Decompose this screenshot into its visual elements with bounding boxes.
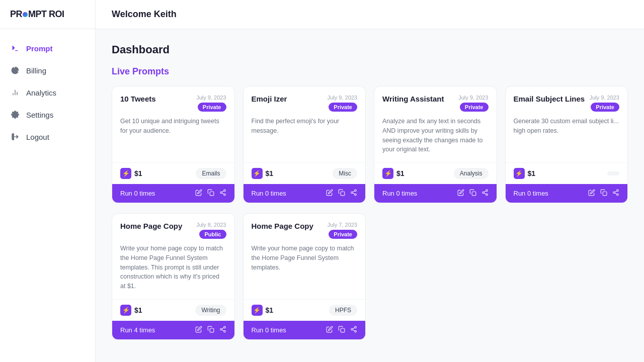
card-meta: July 8, 2023 Public: [196, 222, 226, 239]
card-description: Get 10 unique and intriguing tweets for …: [120, 117, 226, 136]
action-icons: [457, 189, 489, 198]
cards-row-1: 10 Tweets July 9, 2023 Private Get 10 un…: [112, 86, 628, 203]
copy-icon[interactable]: [207, 189, 214, 198]
svg-point-33: [223, 330, 225, 332]
logout-icon: [10, 132, 20, 142]
card-badge: Public: [199, 230, 226, 239]
category-badge: HPFS: [329, 305, 357, 316]
card-email-subject-lines: Email Subject Lines July 9, 2023 Private…: [505, 86, 628, 203]
run-text: Run 4 times: [120, 326, 155, 334]
sidebar-item-logout[interactable]: Logout: [0, 126, 95, 148]
price-icon: ⚡: [382, 168, 393, 179]
copy-icon[interactable]: [600, 189, 607, 198]
card-description: Analyze and fix any text in seconds AND …: [382, 117, 489, 154]
card-writing-assistant: Writing Assistant July 9, 2023 Private A…: [374, 86, 497, 203]
copy-icon[interactable]: [338, 189, 345, 198]
svg-line-35: [222, 328, 224, 329]
card-action-bar: Run 0 times: [374, 184, 497, 203]
edit-icon[interactable]: [195, 326, 202, 334]
svg-line-23: [484, 191, 486, 192]
sidebar-nav: Prompt Billing Analytics Settings Logout: [0, 29, 95, 362]
copy-icon[interactable]: [207, 326, 214, 334]
svg-point-38: [351, 328, 353, 330]
share-icon[interactable]: [219, 326, 226, 334]
price-icon: ⚡: [120, 305, 131, 316]
action-icons: [195, 326, 226, 334]
card-title: Emoji Izer: [252, 95, 287, 103]
card-home-page-copy-1: Home Page Copy July 8, 2023 Public Write…: [112, 213, 235, 340]
share-icon[interactable]: [481, 189, 489, 198]
card-badge: Private: [329, 230, 357, 239]
sidebar-item-prompt-label: Prompt: [26, 44, 53, 53]
edit-icon[interactable]: [326, 326, 333, 334]
price-block: ⚡ $1: [120, 305, 142, 316]
svg-rect-18: [472, 192, 476, 196]
share-icon[interactable]: [350, 326, 357, 334]
action-icons: [326, 326, 357, 334]
card-meta: July 9, 2023 Private: [458, 95, 488, 112]
sidebar-item-prompt[interactable]: Prompt: [0, 37, 95, 59]
card-footer: ⚡ $1 Misc: [244, 162, 366, 184]
card-action-bar: Run 0 times: [506, 184, 628, 203]
card-footer: ⚡ $1: [506, 162, 628, 184]
svg-point-7: [223, 190, 225, 192]
svg-rect-30: [210, 328, 214, 332]
card-body: Writing Assistant July 9, 2023 Private A…: [374, 86, 497, 162]
svg-point-31: [223, 326, 225, 328]
card-header: Emoji Izer July 9, 2023 Private: [252, 95, 358, 112]
sidebar-item-analytics[interactable]: Analytics: [0, 81, 95, 104]
share-icon[interactable]: [612, 189, 619, 198]
main-content: Welcome Keith Dashboard Live Prompts 10 …: [96, 0, 644, 362]
svg-point-26: [613, 192, 615, 194]
copy-icon[interactable]: [469, 189, 476, 198]
share-icon[interactable]: [350, 189, 357, 198]
card-title: Email Subject Lines: [514, 95, 585, 103]
edit-icon[interactable]: [588, 189, 595, 198]
card-date: July 8, 2023: [196, 222, 226, 228]
svg-line-22: [484, 193, 486, 194]
action-icons: [588, 189, 619, 198]
card-footer: ⚡ $1 Emails: [112, 162, 234, 184]
svg-line-28: [615, 193, 617, 194]
price-icon: ⚡: [120, 168, 131, 179]
copy-icon[interactable]: [338, 326, 345, 334]
sidebar-item-logout-label: Logout: [26, 133, 49, 141]
svg-point-14: [351, 192, 353, 194]
svg-line-11: [222, 191, 224, 192]
card-title: Writing Assistant: [382, 95, 444, 103]
card-footer: ⚡ $1 Writing: [112, 299, 234, 321]
card-body: Home Page Copy July 7, 2023 Private Writ…: [244, 214, 366, 299]
card-meta: July 7, 2023 Private: [328, 222, 357, 239]
price-block: ⚡ $1: [382, 168, 405, 179]
action-icons: [195, 189, 226, 198]
svg-rect-24: [603, 192, 607, 196]
edit-icon[interactable]: [326, 189, 333, 198]
gear-icon: [10, 110, 20, 120]
price-icon: ⚡: [514, 168, 525, 179]
svg-point-39: [355, 330, 357, 332]
svg-rect-6: [210, 192, 214, 196]
sidebar-item-billing[interactable]: Billing: [0, 59, 95, 81]
card-description: Write your home page copy to match the H…: [120, 244, 226, 291]
svg-line-10: [222, 193, 224, 194]
svg-line-41: [353, 328, 355, 329]
sidebar-item-settings[interactable]: Settings: [0, 104, 95, 126]
card-date: July 9, 2023: [590, 95, 619, 101]
share-icon[interactable]: [219, 189, 226, 198]
svg-point-9: [223, 194, 225, 196]
sidebar-item-settings-label: Settings: [26, 111, 53, 119]
live-prompts-title: Live Prompts: [112, 66, 628, 77]
top-bar: Welcome Keith: [96, 0, 644, 29]
svg-point-25: [617, 190, 619, 192]
svg-rect-36: [341, 328, 345, 332]
category-badge: Analysis: [454, 168, 489, 179]
card-action-bar: Run 0 times: [112, 184, 234, 203]
svg-point-32: [220, 328, 222, 330]
edit-icon[interactable]: [457, 189, 464, 198]
card-action-bar: Run 4 times: [112, 321, 234, 339]
edit-icon[interactable]: [195, 189, 202, 198]
price-text: $1: [266, 169, 274, 177]
svg-point-37: [355, 326, 357, 328]
price-text: $1: [528, 169, 536, 177]
card-emoji-izer: Emoji Izer July 9, 2023 Private Find the…: [243, 86, 366, 203]
